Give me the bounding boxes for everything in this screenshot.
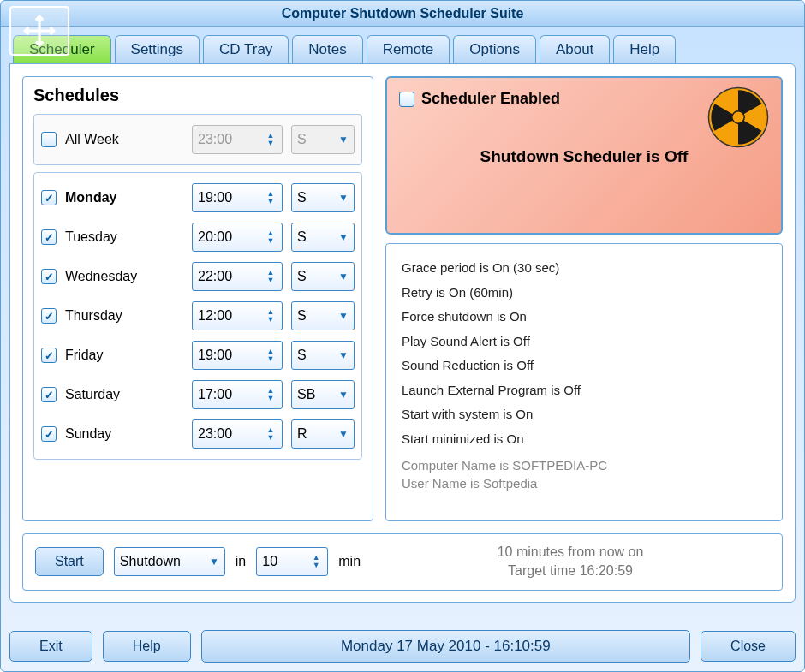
- day-label: Friday: [65, 348, 183, 363]
- day-checkbox[interactable]: [41, 269, 57, 284]
- tab-settings[interactable]: Settings: [115, 35, 200, 63]
- start-button[interactable]: Start: [35, 547, 104, 576]
- info-line: Start minimized is On: [402, 427, 766, 452]
- day-checkbox[interactable]: [41, 387, 57, 402]
- day-label: Thursday: [65, 308, 183, 324]
- day-time-spinner[interactable]: 22:00▲▼: [192, 262, 283, 291]
- tab-about[interactable]: About: [540, 35, 610, 63]
- day-checkbox[interactable]: [41, 229, 57, 245]
- info-line: Play Sound Alert is Off: [402, 330, 766, 354]
- day-action-combo[interactable]: S▼: [291, 301, 355, 330]
- day-time-spinner[interactable]: 19:00▲▼: [192, 183, 283, 212]
- exit-button[interactable]: Exit: [9, 631, 92, 662]
- day-action-combo[interactable]: S▼: [291, 223, 355, 252]
- day-label: Monday: [65, 190, 183, 205]
- all-week-row: All Week 23:00 ▲▼ S ▼: [41, 120, 355, 159]
- day-checkbox[interactable]: [41, 426, 57, 442]
- day-action-combo[interactable]: S▼: [291, 262, 355, 291]
- minutes-spinner[interactable]: 10 ▲▼: [256, 547, 328, 576]
- datetime-display: Monday 17 May 2010 - 16:10:59: [201, 630, 691, 663]
- all-week-time-spinner: 23:00 ▲▼: [192, 125, 283, 154]
- chevron-down-icon: ▼: [338, 310, 349, 322]
- tab-strip: SchedulerSettingsCD TrayNotesRemoteOptio…: [1, 27, 804, 63]
- svg-point-1: [732, 111, 744, 123]
- status-message: Shutdown Scheduler is Off: [399, 147, 769, 166]
- quick-action-row: Start Shutdown ▼ in 10 ▲▼ min 10 minutes…: [22, 533, 783, 591]
- scheduler-enabled-checkbox[interactable]: [399, 92, 414, 107]
- all-week-checkbox[interactable]: [41, 132, 57, 147]
- min-label: min: [338, 554, 361, 569]
- user-name-line: User Name is Softpedia: [402, 474, 766, 492]
- app-window: Computer Shutdown Scheduler Suite Schedu…: [0, 0, 805, 672]
- window-title: Computer Shutdown Scheduler Suite: [282, 6, 524, 21]
- day-action-combo[interactable]: R▼: [291, 419, 355, 449]
- tab-help[interactable]: Help: [613, 35, 676, 63]
- day-label: Sunday: [65, 426, 183, 442]
- schedule-row-friday: Friday19:00▲▼S▼: [41, 336, 355, 375]
- all-week-action-combo: S ▼: [291, 125, 355, 154]
- schedules-panel: Schedules All Week 23:00 ▲▼ S ▼: [22, 76, 373, 521]
- help-button[interactable]: Help: [103, 631, 191, 662]
- chevron-down-icon: ▼: [338, 389, 349, 401]
- info-line: Start with system is On: [402, 402, 766, 427]
- status-title: Scheduler Enabled: [421, 90, 560, 108]
- schedule-row-monday: Monday19:00▲▼S▼: [41, 178, 355, 217]
- tab-remote[interactable]: Remote: [367, 35, 450, 63]
- all-week-group: All Week 23:00 ▲▼ S ▼: [33, 114, 362, 165]
- chevron-down-icon: ▼: [209, 556, 219, 568]
- quick-action-combo[interactable]: Shutdown ▼: [114, 547, 225, 576]
- chevron-down-icon: ▼: [338, 192, 349, 204]
- title-bar: Computer Shutdown Scheduler Suite: [1, 1, 804, 27]
- day-label: Wednesday: [65, 269, 183, 284]
- status-panel: Scheduler Enabled Shutdown Scheduler is …: [385, 76, 783, 235]
- schedule-row-thursday: Thursday12:00▲▼S▼: [41, 296, 355, 336]
- day-label: Saturday: [65, 387, 183, 402]
- day-action-combo[interactable]: SB▼: [291, 380, 355, 409]
- day-checkbox[interactable]: [41, 190, 57, 205]
- in-label: in: [236, 554, 246, 569]
- day-time-spinner[interactable]: 12:00▲▼: [192, 301, 283, 330]
- info-line: Retry is On (60min): [402, 281, 766, 306]
- tab-options[interactable]: Options: [453, 35, 536, 63]
- tab-cd-tray[interactable]: CD Tray: [203, 35, 289, 63]
- day-time-spinner[interactable]: 20:00▲▼: [192, 223, 283, 252]
- chevron-down-icon: ▼: [338, 349, 349, 361]
- schedule-row-saturday: Saturday17:00▲▼SB▼: [41, 375, 355, 414]
- bottom-bar: Exit Help Monday 17 May 2010 - 16:10:59 …: [9, 630, 796, 663]
- close-button[interactable]: Close: [701, 631, 796, 662]
- day-time-spinner[interactable]: 23:00▲▼: [192, 419, 283, 449]
- all-week-label: All Week: [65, 132, 183, 147]
- day-time-spinner[interactable]: 19:00▲▼: [192, 341, 283, 370]
- days-group: Monday19:00▲▼S▼Tuesday20:00▲▼S▼Wednesday…: [33, 172, 362, 460]
- day-label: Tuesday: [65, 229, 183, 245]
- tab-notes[interactable]: Notes: [292, 35, 362, 63]
- schedules-heading: Schedules: [33, 86, 362, 105]
- day-time-spinner[interactable]: 17:00▲▼: [192, 380, 283, 409]
- info-line: Sound Reduction is Off: [402, 354, 766, 378]
- info-line: Force shutdown is On: [402, 305, 766, 330]
- computer-name-line: Computer Name is SOFTPEDIA-PC: [402, 456, 766, 474]
- day-action-combo[interactable]: S▼: [291, 183, 355, 212]
- chevron-down-icon: ▼: [338, 271, 349, 282]
- move-window-icon[interactable]: [9, 6, 69, 56]
- schedule-row-wednesday: Wednesday22:00▲▼S▼: [41, 257, 355, 296]
- content-area: Schedules All Week 23:00 ▲▼ S ▼: [9, 63, 796, 603]
- info-panel: Grace period is On (30 sec)Retry is On (…: [385, 243, 783, 521]
- schedule-row-tuesday: Tuesday20:00▲▼S▼: [41, 217, 355, 257]
- day-action-combo[interactable]: S▼: [291, 341, 355, 370]
- hazard-icon: [707, 86, 769, 148]
- chevron-down-icon: ▼: [338, 231, 349, 243]
- day-checkbox[interactable]: [41, 308, 57, 324]
- day-checkbox[interactable]: [41, 348, 57, 363]
- info-line: Grace period is On (30 sec): [402, 256, 766, 281]
- info-line: Launch External Program is Off: [402, 378, 766, 403]
- chevron-down-icon: ▼: [338, 428, 349, 440]
- countdown-text: 10 minutes from now on Target time 16:20…: [371, 543, 770, 581]
- schedule-row-sunday: Sunday23:00▲▼R▼: [41, 414, 355, 454]
